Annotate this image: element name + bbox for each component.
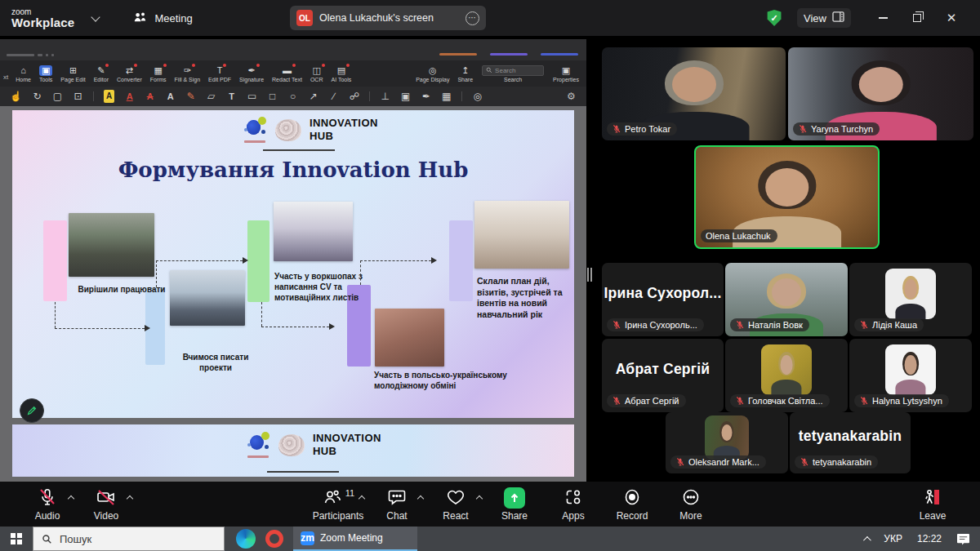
tool-oval[interactable]: ○ bbox=[287, 90, 298, 103]
tool-marquee-select[interactable]: ▢ bbox=[52, 90, 63, 103]
participant-tile-lidiia-kasha[interactable]: Лідія Каша bbox=[849, 263, 972, 336]
language-indicator[interactable]: УКР bbox=[884, 533, 902, 544]
view-button[interactable]: View bbox=[797, 8, 851, 28]
search-icon bbox=[486, 67, 492, 73]
toolbar-participants-button[interactable]: 11 Participants bbox=[309, 485, 368, 524]
participant-tile-nataliia-vovk[interactable]: Наталія Вовк bbox=[725, 263, 848, 336]
tool-settings-gear-icon[interactable]: ⚙ bbox=[566, 90, 577, 103]
toolbar-share-button[interactable]: Share bbox=[485, 485, 544, 524]
tool-line[interactable]: ∕ bbox=[328, 90, 339, 103]
ribbon-tab-page-edit[interactable]: ⊞ Page Edit bbox=[56, 60, 89, 87]
participant-name-label: Petro Tokar bbox=[607, 122, 677, 136]
tool-typewriter[interactable]: A bbox=[165, 90, 176, 103]
tool-note-comment[interactable]: ▭ bbox=[247, 90, 257, 103]
toolbar-record-button[interactable]: Record bbox=[603, 485, 662, 524]
ribbon-tab-forms[interactable]: ▦ Forms bbox=[146, 60, 171, 87]
toolbar-chat-button[interactable]: Chat bbox=[368, 485, 426, 524]
tool-eraser[interactable]: ▱ bbox=[206, 90, 216, 103]
tab-meeting[interactable]: Meeting bbox=[133, 11, 192, 26]
toolbar-react-button[interactable]: React bbox=[426, 485, 485, 524]
toolbar-more-button[interactable]: More bbox=[662, 485, 720, 524]
panel-resize-handle[interactable] bbox=[587, 268, 592, 282]
ribbon-tab-tools[interactable]: ▣ Tools bbox=[35, 60, 56, 87]
chevron-up-icon[interactable] bbox=[417, 495, 424, 501]
pdf-document-area[interactable]: INNOVATIONHUB Формування Innovation Hub bbox=[0, 106, 586, 482]
ribbon-tab-share[interactable]: ↥ Share bbox=[453, 60, 477, 87]
security-shield-icon[interactable]: ✓ bbox=[766, 10, 782, 26]
tool-rectangle[interactable]: □ bbox=[267, 90, 278, 103]
ribbon-tab-home[interactable]: ⌂ Home bbox=[11, 60, 35, 87]
participant-tile-iryna-sukhorolska[interactable]: Ірина Сухорол...Ірина Сухороль... bbox=[602, 263, 724, 336]
tool-add-text[interactable]: T bbox=[226, 90, 237, 103]
taskbar-zoom-meeting-button[interactable]: zm Zoom Meeting bbox=[293, 527, 417, 551]
ribbon-tab-converter[interactable]: ⇄ Converter bbox=[113, 60, 146, 87]
signature-icon: ✒ bbox=[247, 65, 255, 76]
toolbar-video-button[interactable]: Video bbox=[77, 485, 136, 524]
share-icon bbox=[504, 487, 525, 509]
tool-arrow[interactable]: ↗ bbox=[308, 90, 318, 103]
ribbon-tab-editor[interactable]: ✎ Editor bbox=[90, 60, 113, 87]
ribbon-tab-redact-text[interactable]: ▬ Redact Text bbox=[268, 60, 306, 87]
tool-table[interactable]: ▦ bbox=[441, 90, 452, 103]
tab-shared-screen[interactable]: OL Olena Lukachuk's screen ⋯ bbox=[290, 6, 486, 30]
ribbon-tab-ocr[interactable]: ◫ OCR bbox=[306, 60, 327, 87]
pdf-search[interactable]: Search Search bbox=[477, 65, 549, 82]
tool-highlight[interactable]: A bbox=[104, 90, 114, 103]
tool-underline[interactable]: A bbox=[124, 90, 135, 103]
participant-tile-oleksandr-mark[interactable]: Oleksandr Mark... bbox=[666, 412, 788, 473]
edge-browser-icon[interactable] bbox=[236, 529, 256, 549]
chevron-up-icon[interactable] bbox=[68, 495, 74, 501]
tray-expand-icon[interactable] bbox=[863, 535, 871, 544]
participant-tile-tetyanakarabin[interactable]: tetyanakarabintetyanakarabin bbox=[790, 412, 911, 473]
taskbar-search-box[interactable]: Пошук bbox=[33, 527, 225, 551]
toolbar-apps-button[interactable]: Apps bbox=[544, 485, 603, 524]
start-button[interactable] bbox=[0, 527, 33, 551]
participant-tile-olena-lukachuk-active[interactable]: Olena Lukachuk bbox=[694, 145, 880, 249]
shared-screen-options-icon[interactable]: ⋯ bbox=[466, 11, 479, 25]
tool-link[interactable]: ☍ bbox=[349, 90, 359, 103]
tool-sign[interactable]: ✒ bbox=[421, 90, 431, 103]
chevron-up-icon[interactable] bbox=[476, 495, 483, 501]
tool-view-mode[interactable]: ◎ bbox=[472, 90, 483, 103]
participant-tile-abrat-serhii[interactable]: Абрат СергійАбрат Сергій bbox=[602, 339, 724, 412]
tool-pencil[interactable]: ✎ bbox=[185, 90, 196, 103]
restore-button[interactable] bbox=[900, 5, 934, 31]
eustudies-logo-icon bbox=[244, 117, 267, 144]
ribbon-tab-signature[interactable]: ✒ Signature bbox=[235, 60, 268, 87]
tool-stamp[interactable]: ⊥ bbox=[380, 90, 390, 103]
clock[interactable]: 12:22 bbox=[917, 533, 942, 544]
tool-hand[interactable]: ☝ bbox=[10, 90, 22, 103]
photo-learning-projects bbox=[170, 270, 245, 326]
chevron-up-icon[interactable] bbox=[127, 495, 133, 501]
participant-tile-petro-tokar[interactable]: Petro Tokar bbox=[602, 47, 786, 140]
ribbon-tab-edit-pdf[interactable]: T Edit PDF bbox=[204, 60, 235, 87]
annotate-pencil-button[interactable] bbox=[20, 398, 44, 423]
tool-select-annotation[interactable]: ↻ bbox=[32, 90, 42, 103]
muted-mic-icon bbox=[859, 320, 869, 330]
ribbon-tab-properties[interactable]: ▣ Properties bbox=[549, 60, 583, 87]
leave-button[interactable]: Leave bbox=[903, 485, 962, 524]
toolbar-audio-button[interactable]: Audio bbox=[18, 485, 77, 524]
participant-tile-yaryna-turchyn[interactable]: Yaryna Turchyn bbox=[788, 47, 973, 140]
opera-browser-icon[interactable] bbox=[265, 530, 283, 548]
chevron-up-icon[interactable] bbox=[359, 495, 365, 501]
participants-panel: Petro Tokar Yaryna Turchyn Olena Lukachu… bbox=[596, 36, 980, 482]
tool-snapshot[interactable]: ⊡ bbox=[73, 90, 83, 103]
minimize-button[interactable] bbox=[866, 5, 900, 31]
muted-mic-icon bbox=[612, 320, 621, 330]
ribbon-partial-label: xt bbox=[3, 73, 8, 81]
photo-action-plan bbox=[474, 201, 569, 269]
ribbon-tab-page-display[interactable]: ◎ Page Display bbox=[412, 60, 453, 87]
participant-tile-holovchak-svitlana[interactable]: Головчак Світла... bbox=[725, 339, 848, 412]
ribbon-tab-fill-sign[interactable]: ✑ Fill & Sign bbox=[171, 60, 205, 87]
flow-connector bbox=[360, 260, 431, 261]
notification-center-icon[interactable] bbox=[956, 533, 970, 545]
workspace-chevron-down-icon[interactable] bbox=[91, 12, 100, 21]
edit-pdf-icon: T bbox=[217, 65, 223, 76]
ribbon-tab-ai-tools[interactable]: ▤ AI Tools bbox=[327, 60, 355, 87]
tool-image[interactable]: ▣ bbox=[400, 90, 411, 103]
tool-strikeout[interactable]: A bbox=[145, 90, 155, 103]
participant-tile-halyna-lytsyshyn[interactable]: Halyna Lytsyshyn bbox=[849, 339, 972, 412]
close-button[interactable]: ✕ bbox=[934, 5, 969, 31]
shared-screen-area: xt ⌂ Home ▣ Tools ⊞ Page Edit ✎ Editor ⇄… bbox=[0, 36, 596, 482]
